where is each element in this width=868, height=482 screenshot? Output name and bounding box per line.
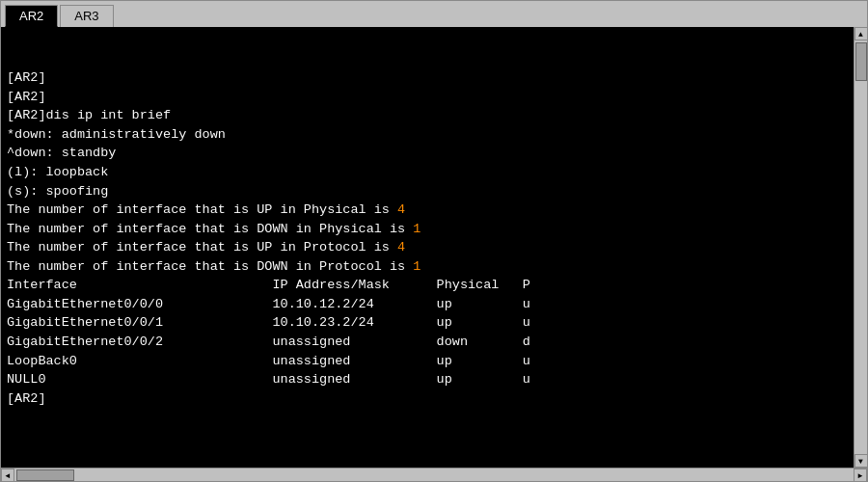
terminal-line: GigabitEthernet0/0/2 unassigned down d — [7, 333, 848, 352]
terminal-line: The number of interface that is UP in Ph… — [7, 201, 848, 220]
terminal-line: GigabitEthernet0/0/1 10.10.23.2/24 up u — [7, 313, 848, 333]
terminal-line: LoopBack0 unassigned up u — [7, 352, 848, 371]
terminal-line: The number of interface that is DOWN in … — [7, 257, 848, 277]
main-window: AR2 AR3 [AR2][AR2][AR2]dis ip int brief*… — [0, 0, 868, 482]
terminal-line: *down: administratively down — [7, 125, 848, 145]
scroll-thumb[interactable] — [855, 42, 867, 81]
scroll-h-thumb[interactable] — [16, 469, 74, 481]
scroll-h-track — [14, 469, 854, 481]
terminal-line: [AR2] — [7, 389, 848, 409]
scroll-left-button[interactable]: ◄ — [1, 469, 14, 482]
terminal-container: [AR2][AR2][AR2]dis ip int brief*down: ad… — [1, 27, 867, 468]
vertical-scrollbar[interactable]: ▲ ▼ — [854, 27, 867, 468]
terminal-line: The number of interface that is DOWN in … — [7, 220, 848, 239]
terminal-line: (l): loopback — [7, 163, 848, 182]
terminal-line: [AR2]dis ip int brief — [7, 106, 848, 125]
scroll-track — [854, 40, 867, 454]
terminal-line: [AR2] — [7, 68, 848, 88]
terminal-line: (s): spoofing — [7, 182, 848, 201]
terminal-line: [AR2] — [7, 88, 848, 107]
tab-ar2[interactable]: AR2 — [5, 5, 58, 27]
terminal-line: Interface IP Address/Mask Physical P — [7, 276, 848, 295]
terminal-output[interactable]: [AR2][AR2][AR2]dis ip int brief*down: ad… — [1, 27, 854, 468]
terminal-line: GigabitEthernet0/0/0 10.10.12.2/24 up u — [7, 295, 848, 314]
tab-ar3[interactable]: AR3 — [60, 5, 113, 27]
horizontal-scrollbar: ◄ ► — [1, 468, 867, 481]
terminal-line: ^down: standby — [7, 144, 848, 163]
scroll-right-button[interactable]: ► — [854, 469, 867, 482]
scroll-up-button[interactable]: ▲ — [854, 27, 868, 40]
terminal-line: The number of interface that is UP in Pr… — [7, 238, 848, 257]
scroll-down-button[interactable]: ▼ — [854, 454, 868, 468]
terminal-line: NULL0 unassigned up u — [7, 370, 848, 389]
tab-bar: AR2 AR3 — [1, 1, 867, 27]
